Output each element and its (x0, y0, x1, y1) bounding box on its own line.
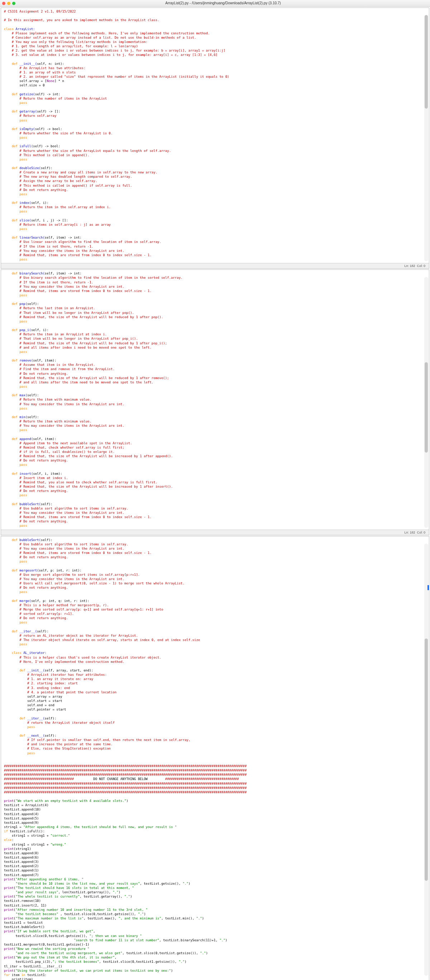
string: "We start with an empty testList with 4 … (16, 799, 126, 803)
keyword-pass: pass (4, 210, 27, 213)
param-self: self (31, 201, 39, 205)
method-iter: __iter__( (18, 630, 37, 633)
comment: # Remind that, the size of the ArrayList… (4, 315, 163, 319)
banner-row: ########################################… (4, 791, 247, 794)
minimize-icon[interactable] (7, 2, 10, 5)
keyword-def: def (12, 272, 18, 275)
code-line: , testList.slice(0,testList.getsize()), (58, 912, 138, 916)
param-self: self (27, 302, 35, 305)
string: "After removing number 10 and inserting … (16, 908, 148, 912)
code-area[interactable]: def bubbleSort(self): # Use bubble sort … (1, 536, 429, 980)
comment: # 3. ending index: end (4, 686, 70, 690)
keyword-def: def (12, 236, 18, 239)
params: ): (49, 538, 53, 542)
code-area[interactable]: # CS331 Assignment 2 v1.1, 09/15/2022 # … (1, 8, 429, 263)
keyword-else: else (4, 838, 12, 842)
close-icon[interactable] (2, 2, 5, 5)
param-self: self (41, 538, 49, 542)
param-self: self (39, 569, 47, 572)
keyword-def: def (12, 630, 18, 633)
status-col: Col: 0 (417, 264, 425, 268)
comment: # return an AL_iterator object as the it… (4, 634, 138, 638)
status-col: Col: 0 (417, 531, 425, 534)
params: , i): (39, 328, 49, 332)
params: , item) -> int: (53, 272, 82, 275)
params: , item) -> int: (53, 236, 82, 239)
comment: # Use linear search algorithm to find th… (4, 240, 161, 243)
comment: # You may consider the items in the Arra… (4, 547, 124, 550)
code-area[interactable]: def binarySearch(self, item) -> int: # U… (1, 270, 429, 529)
method-pop: pop( (18, 302, 27, 305)
keyword-pass: pass (4, 428, 27, 432)
method-al-iter: __iter__( (25, 717, 45, 720)
method-merge: merge( (18, 599, 31, 603)
code-line: self.array = [ (4, 79, 46, 83)
comment: # Remind that, items are stored from ind… (4, 253, 151, 257)
keyword-pass: pass (4, 560, 27, 563)
method-slice: slice( (18, 219, 31, 222)
editor-pane-3: def bubbleSort(self): # Use bubble sort … (1, 536, 429, 980)
scrollbar[interactable] (424, 277, 428, 527)
string: "The whole testList is currently" (16, 895, 80, 898)
code-line: , testList.max(), (83, 916, 119, 920)
code-line: testList1 = testList (4, 921, 43, 924)
params: ): (45, 630, 49, 633)
code-line: testList.isFull(): (8, 829, 45, 833)
code-line: (string1) (14, 847, 31, 851)
keyword-def: def (19, 669, 25, 672)
code-line: , len(testList.getarray()), (58, 891, 113, 894)
scrollbar[interactable] (424, 15, 428, 261)
string: "; then we can use binary " (89, 934, 142, 938)
comment: # The iterator object should iterate on … (4, 638, 200, 642)
comment: # 2. an integer called "size" that repre… (4, 75, 229, 78)
comment: # You may consider the items in the Arra… (4, 511, 124, 515)
keyword-def: def (12, 127, 18, 131)
zoom-icon[interactable] (12, 2, 15, 5)
comment: # Assign the new array to be self.array. (4, 179, 97, 183)
comment: # Create a new array and copy all items … (4, 170, 157, 174)
comment: # if it is full, call doublesize() to en… (4, 450, 115, 453)
string: "If we bubble sort the testList, we get" (16, 929, 94, 933)
banner-row: ########################################… (4, 782, 247, 786)
comment: # Please implement each of the following… (4, 32, 210, 35)
keyword-def: def (12, 145, 18, 148)
string: "The testList should have 16 slots in to… (16, 886, 134, 890)
comment: # You may consider the items in the Arra… (4, 402, 124, 406)
editor-pane-1: # CS331 Assignment 2 v1.1, 09/15/2022 # … (1, 8, 429, 269)
comment: # Remind that, items are stored from ind… (4, 551, 151, 555)
scrollbar[interactable] (424, 544, 428, 976)
comment: # If self.pointer is smaller than self.e… (4, 738, 190, 742)
string: "and your result says" (16, 891, 58, 894)
code-line: testList.remove(10) (4, 899, 41, 903)
method-insert: insert( (18, 472, 33, 476)
keyword-class: class (4, 27, 14, 31)
code-line: testList = ArrayList(4) (4, 803, 49, 807)
banner-row: ########################################… (4, 773, 247, 776)
keyword-pass: pass (4, 293, 27, 297)
builtin-print: print (4, 799, 14, 803)
window-title: ArrayList(2).py - /Users/jinminghuang/Do… (18, 1, 428, 6)
params: ) -> int: (43, 92, 60, 96)
method-init: __init__( (18, 62, 37, 65)
code-line: testList.append(4) (4, 812, 39, 816)
comment: # 3. set value at index i or values betw… (4, 53, 218, 57)
string: "wrong." (51, 843, 66, 846)
code-line: : (12, 838, 14, 842)
string: "correct." (51, 834, 70, 837)
comment: # You may consider the items in the Arra… (4, 285, 124, 288)
comment: # and increase the pointer at the same t… (4, 743, 113, 746)
comment: # Use bubble sort algorithm to sort item… (4, 507, 128, 510)
keyword-pass: pass (4, 643, 27, 646)
string: "We pop out the item at the 4th slot, it… (16, 956, 115, 959)
param-self: self (33, 359, 41, 362)
comment: # Merge the sorted self.array[p: q+1] an… (4, 608, 163, 611)
keyword-def: def (12, 538, 18, 542)
params: ): (35, 302, 39, 305)
comment: # Here, I've only implemented the constr… (4, 660, 124, 663)
code-line: testList.append(9) (4, 821, 39, 824)
selection-marker (427, 585, 429, 590)
comment: # Remind that, the size of the ArrayList… (4, 342, 167, 345)
keyword-if: if (4, 829, 8, 833)
comment: # You may consider the items in the Arra… (4, 249, 124, 253)
code-line: testList1.mergesort(0,testList1.getsize(… (4, 943, 89, 946)
